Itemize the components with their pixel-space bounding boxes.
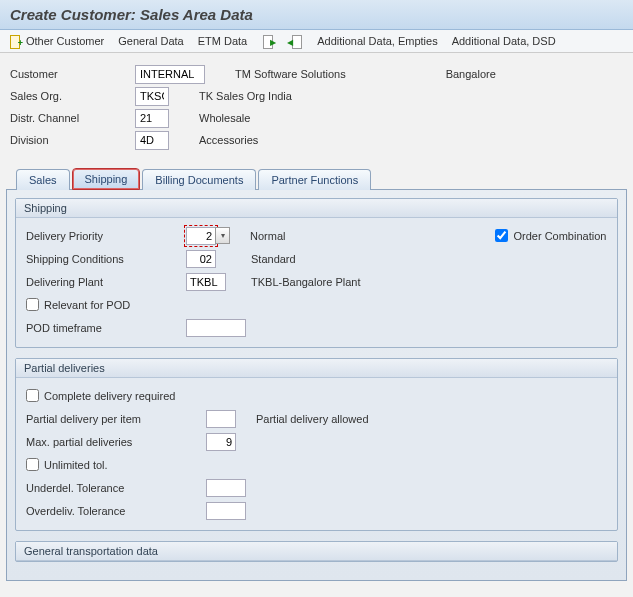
division-label: Division	[10, 134, 135, 146]
customer-input[interactable]	[135, 65, 205, 84]
delivering-plant-label: Delivering Plant	[26, 276, 186, 288]
other-customer-button[interactable]: Other Customer	[8, 34, 104, 48]
overdel-tolerance-label: Overdeliv. Tolerance	[26, 505, 206, 517]
additional-data-empties-button[interactable]: Additional Data, Empties	[317, 35, 437, 47]
tab-billing-documents[interactable]: Billing Documents	[142, 169, 256, 190]
delivering-plant-input[interactable]	[186, 273, 226, 291]
max-partial-label: Max. partial deliveries	[26, 436, 206, 448]
distr-channel-label: Distr. Channel	[10, 112, 135, 124]
division-name-text: Accessories	[199, 134, 258, 146]
partial-per-item-input[interactable]	[206, 410, 236, 428]
delivery-priority-label: Delivery Priority	[26, 230, 186, 242]
pod-timeframe-label: POD timeframe	[26, 322, 186, 334]
application-toolbar: Other Customer General Data ETM Data Add…	[0, 30, 633, 53]
sales-org-label: Sales Org.	[10, 90, 135, 102]
order-combination-checkbox[interactable]	[495, 229, 508, 242]
relevant-for-pod-label: Relevant for POD	[44, 299, 130, 311]
distr-channel-input[interactable]	[135, 109, 169, 128]
general-data-button[interactable]: General Data	[118, 35, 183, 47]
complete-delivery-checkbox[interactable]	[26, 389, 39, 402]
underdel-tolerance-label: Underdel. Tolerance	[26, 482, 206, 494]
sales-org-name-text: TK Sales Org India	[199, 90, 292, 102]
partial-per-item-label: Partial delivery per item	[26, 413, 206, 425]
customer-name-text: TM Software Solutions	[235, 68, 346, 80]
shipping-conditions-desc: Standard	[251, 253, 296, 265]
other-customer-label: Other Customer	[26, 35, 104, 47]
f4-help-icon[interactable]: ▾	[215, 227, 230, 244]
tabstrip: Sales Shipping Billing Documents Partner…	[0, 159, 633, 581]
general-transportation-group: General transportation data	[15, 541, 618, 562]
additional-data-dsd-button[interactable]: Additional Data, DSD	[452, 35, 556, 47]
partial-deliveries-group: Partial deliveries Complete delivery req…	[15, 358, 618, 531]
relevant-for-pod-checkbox[interactable]	[26, 298, 39, 311]
sales-org-input[interactable]	[135, 87, 169, 106]
document-plus-icon	[8, 34, 22, 48]
partial-per-item-desc: Partial delivery allowed	[256, 413, 369, 425]
next-screen-icon[interactable]	[261, 34, 275, 48]
division-input[interactable]	[135, 131, 169, 150]
shipping-conditions-label: Shipping Conditions	[26, 253, 186, 265]
tab-partner-functions[interactable]: Partner Functions	[258, 169, 371, 190]
tab-shipping[interactable]: Shipping	[72, 168, 141, 190]
window-title: Create Customer: Sales Area Data	[0, 0, 633, 30]
etm-data-button[interactable]: ETM Data	[198, 35, 248, 47]
shipping-conditions-input[interactable]	[186, 250, 216, 268]
unlimited-tol-checkbox[interactable]	[26, 458, 39, 471]
pod-timeframe-input[interactable]	[186, 319, 246, 337]
tab-sales[interactable]: Sales	[16, 169, 70, 190]
overdel-tolerance-input[interactable]	[206, 502, 246, 520]
unlimited-tol-label: Unlimited tol.	[44, 459, 108, 471]
prev-screen-icon[interactable]	[289, 34, 303, 48]
order-combination-label: Order Combination	[513, 230, 606, 242]
header-fields: Customer TM Software Solutions Bangalore…	[0, 53, 633, 159]
tab-body: Shipping Delivery Priority ▾ Normal Orde…	[6, 189, 627, 581]
delivery-priority-desc: Normal	[250, 230, 285, 242]
complete-delivery-label: Complete delivery required	[44, 390, 175, 402]
max-partial-input[interactable]	[206, 433, 236, 451]
underdel-tolerance-input[interactable]	[206, 479, 246, 497]
shipping-group-title: Shipping	[16, 199, 617, 218]
distr-channel-name-text: Wholesale	[199, 112, 250, 124]
customer-city-text: Bangalore	[446, 68, 496, 80]
general-transportation-group-title: General transportation data	[16, 542, 617, 561]
partial-deliveries-group-title: Partial deliveries	[16, 359, 617, 378]
delivery-priority-input[interactable]	[186, 227, 216, 245]
shipping-group: Shipping Delivery Priority ▾ Normal Orde…	[15, 198, 618, 348]
customer-label: Customer	[10, 68, 135, 80]
delivering-plant-desc: TKBL-Bangalore Plant	[251, 276, 360, 288]
